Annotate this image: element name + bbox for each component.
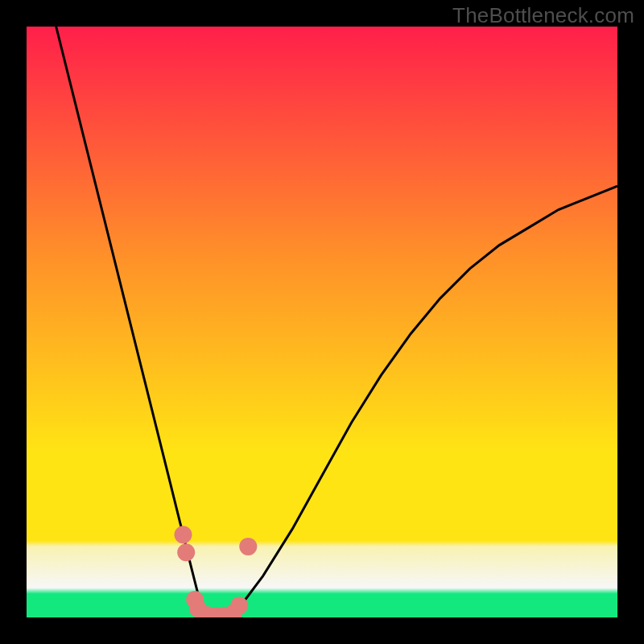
left-dot-upper xyxy=(175,526,192,543)
marker-group xyxy=(175,526,258,617)
bottleneck-curve xyxy=(56,27,617,617)
plot-area xyxy=(27,27,617,617)
watermark: TheBottleneck.com xyxy=(452,3,634,28)
right-dot-upper xyxy=(239,538,257,555)
chart-frame: TheBottleneck.com xyxy=(0,0,644,644)
left-dot-mid xyxy=(177,543,195,561)
curve-layer xyxy=(27,27,617,617)
right-dot-low xyxy=(230,597,248,614)
